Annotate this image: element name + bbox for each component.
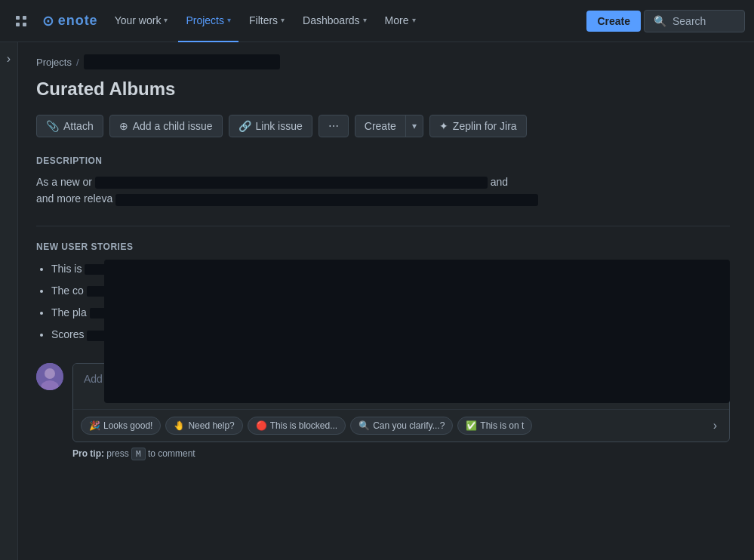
- zeplin-button[interactable]: ✦ Zeplin for Jira: [429, 115, 527, 137]
- chevron-down-icon: ▾: [363, 16, 367, 24]
- svg-rect-3: [23, 23, 26, 26]
- content-redacted-overlay: [104, 260, 730, 403]
- pro-tip-key: M: [131, 448, 146, 460]
- pro-tip-suffix: to comment: [148, 448, 195, 459]
- logo-text: enote: [58, 13, 98, 29]
- description-text-and: and: [491, 176, 508, 188]
- logo: ⊙ enote: [42, 13, 98, 29]
- blocked-button[interactable]: 🔴 This is blocked...: [248, 417, 346, 435]
- layout: › Projects / Curated Albums 📎 Attach ⊕ A…: [0, 42, 754, 560]
- top-nav: ⊙ enote Your work ▾ Projects ▾ Filters ▾…: [0, 0, 754, 42]
- create-dropdown-button[interactable]: ▾: [406, 116, 423, 136]
- description-text: As a new or and and more releva: [36, 174, 730, 208]
- chevron-down-icon: ▾: [412, 121, 417, 131]
- logo-icon: ⊙: [42, 13, 54, 29]
- zeplin-icon: ✦: [439, 120, 448, 132]
- add-child-issue-button[interactable]: ⊕ Add a child issue: [109, 115, 223, 137]
- on-track-button[interactable]: ✅ This is on t: [457, 417, 532, 435]
- description-redacted-1: [95, 177, 488, 189]
- main-content: Projects / Curated Albums 📎 Attach ⊕ Add…: [18, 42, 754, 560]
- create-split-button: Create ▾: [355, 115, 423, 137]
- link-icon: 🔗: [239, 120, 251, 132]
- toolbar: 📎 Attach ⊕ Add a child issue 🔗 Link issu…: [36, 115, 730, 137]
- svg-point-5: [45, 368, 55, 379]
- svg-rect-0: [16, 16, 20, 20]
- breadcrumb-project-name: [84, 54, 280, 69]
- svg-rect-2: [16, 23, 20, 26]
- clarify-button[interactable]: 🔍 Can you clarify...?: [350, 417, 453, 435]
- nav-projects[interactable]: Projects ▾: [178, 0, 239, 42]
- nav-filters[interactable]: Filters ▾: [242, 0, 292, 42]
- description-text-start: As a new or: [36, 176, 92, 188]
- link-issue-button[interactable]: 🔗 Link issue: [229, 115, 312, 137]
- nav-dashboards[interactable]: Dashboards ▾: [295, 0, 374, 42]
- description-text-more: and more releva: [36, 192, 112, 205]
- sidebar-toggle-button[interactable]: ›: [2, 51, 17, 66]
- pro-tip-prefix: Pro tip:: [72, 448, 104, 459]
- comment-actions: 🎉 Looks good! 🤚 Need help? 🔴 This is blo…: [73, 409, 729, 442]
- sidebar-toggle-area: ›: [0, 42, 18, 560]
- chevron-down-icon: ▾: [281, 16, 285, 24]
- page-title: Curated Albums: [36, 78, 730, 100]
- breadcrumb: Projects /: [36, 54, 730, 69]
- more-icon: ⋯: [328, 120, 339, 132]
- search-icon: 🔍: [654, 15, 666, 27]
- description-redacted-2: [115, 194, 538, 206]
- chevron-down-icon: ▾: [164, 16, 168, 24]
- chevron-down-icon: ▾: [227, 16, 231, 24]
- avatar: [36, 363, 63, 390]
- user-stories-content: This is The co The pla e (the user's Sco…: [36, 260, 730, 345]
- description-section: Description As a new or and and more rel…: [36, 155, 730, 208]
- search-text: Search: [672, 15, 706, 27]
- child-issue-icon: ⊕: [119, 120, 128, 132]
- svg-rect-1: [23, 16, 26, 20]
- looks-good-button[interactable]: 🎉 Looks good!: [81, 417, 161, 435]
- create-button[interactable]: Create: [586, 11, 641, 32]
- party-icon: 🎉: [89, 420, 100, 431]
- create-main-button[interactable]: Create: [355, 115, 406, 137]
- user-stories-title: NEW USER STORIES: [36, 242, 730, 252]
- blocked-icon: 🔴: [256, 420, 267, 431]
- hand-icon: 🤚: [174, 420, 185, 431]
- clarify-icon: 🔍: [359, 420, 370, 431]
- pro-tip: Pro tip: press M to comment: [36, 448, 730, 459]
- avatar-image: [36, 363, 63, 390]
- add-child-label: Add a child issue: [133, 120, 213, 132]
- grid-menu-button[interactable]: [9, 9, 33, 33]
- create-label: Create: [365, 120, 396, 132]
- chevron-down-icon: ▾: [412, 16, 416, 24]
- nav-more[interactable]: More ▾: [377, 0, 423, 42]
- breadcrumb-projects-link[interactable]: Projects: [36, 57, 72, 68]
- search-box[interactable]: 🔍 Search: [644, 10, 745, 32]
- link-issue-label: Link issue: [256, 120, 303, 132]
- description-title: Description: [36, 155, 730, 166]
- check-icon: ✅: [466, 420, 477, 431]
- more-options-button[interactable]: ⋯: [319, 115, 349, 137]
- attach-button[interactable]: 📎 Attach: [36, 115, 103, 137]
- zeplin-label: Zeplin for Jira: [453, 120, 517, 132]
- paperclip-icon: 📎: [46, 120, 59, 132]
- nav-your-work[interactable]: Your work ▾: [107, 0, 176, 42]
- breadcrumb-separator: /: [76, 57, 79, 68]
- user-stories-section: NEW USER STORIES This is The co The pla: [36, 242, 730, 345]
- divider: [36, 226, 730, 226]
- attach-label: Attach: [63, 120, 94, 132]
- more-actions-button[interactable]: ›: [709, 416, 722, 435]
- need-help-button[interactable]: 🤚 Need help?: [165, 417, 242, 435]
